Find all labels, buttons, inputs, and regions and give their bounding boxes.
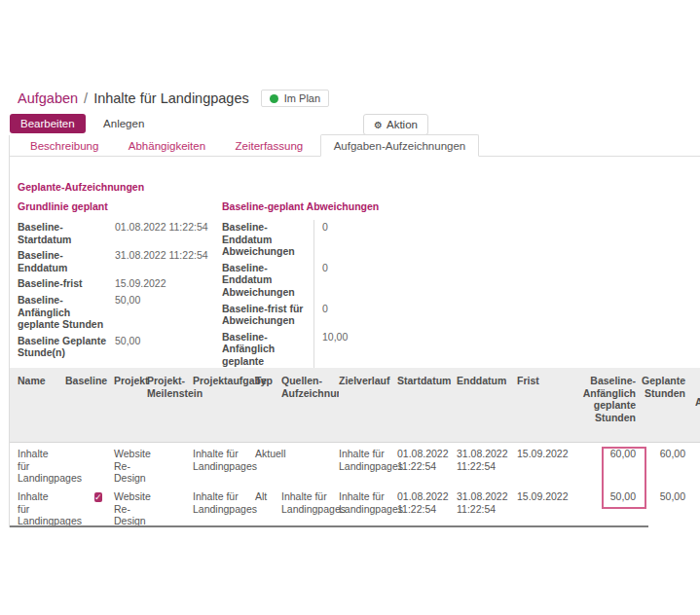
field-row: Baseline-frist 15.09.2022	[18, 277, 214, 290]
check-icon: ✓	[94, 492, 102, 502]
column-header-geplante-stunden[interactable]: Geplante Stunden	[640, 375, 688, 442]
page-title: Inhalte für Landingpages	[93, 90, 249, 106]
field-value: 0	[313, 303, 436, 327]
field-label: Baseline-frist für Abweichungen	[222, 303, 313, 327]
table-row[interactable]: Inhalte für Landingpages Website Re-Desi…	[10, 443, 700, 486]
action-button[interactable]: ⚙Aktion	[363, 114, 428, 135]
cell-projektaufgabe: Inhalte für Landingpages	[193, 448, 255, 486]
breadcrumb-separator: /	[84, 90, 88, 106]
cell-zielverlauf: Inhalte für Landingpages	[339, 490, 397, 527]
field-label: Baseline-Anfänglich geplante Stunden	[18, 294, 115, 331]
tab-aufgaben-aufzeichnungen[interactable]: Aufgaben-Aufzeichnungen	[320, 134, 480, 157]
field-value: 01.08.2022 11:22:54	[115, 221, 214, 245]
tab-abhaengigkeiten[interactable]: Abhängigkeiten	[116, 135, 218, 156]
field-value: 0	[313, 262, 436, 299]
field-value: 15.09.2022	[115, 277, 214, 290]
field-value: 50,00	[115, 294, 214, 331]
cell-enddatum: 31.08.2022 11:22:54	[457, 448, 517, 486]
field-value: 50,00	[115, 335, 214, 359]
field-label: Baseline Geplante Stunde(n)	[18, 335, 115, 359]
cell-name: Inhalte für Landingpages	[10, 490, 65, 527]
cell-baseline	[65, 448, 114, 486]
cell-geplante-stunden: 50,00	[640, 490, 688, 527]
edit-button[interactable]: Bearbeiten	[10, 114, 86, 133]
cell-baseline: ✓	[65, 490, 114, 527]
field-value: 31.08.2022 11:22:54	[115, 249, 214, 273]
field-row: Baseline Geplante Stunde(n) 50,00	[18, 335, 214, 359]
action-label: Aktion	[387, 119, 418, 130]
field-label: Baseline-Startdatum	[18, 221, 115, 245]
table-row[interactable]: Inhalte für Landingpages ✓ Website Re-De…	[10, 486, 700, 527]
field-row: Baseline-Startdatum 01.08.2022 11:22:54	[18, 221, 214, 245]
cell-quellen: Inhalte für Landingpages	[281, 490, 339, 527]
page: Aufgaben / Inhalte für Landingpages Im P…	[0, 0, 700, 615]
breadcrumb-parent[interactable]: Aufgaben	[18, 90, 78, 106]
group-title: Grundlinie geplant	[18, 200, 214, 212]
cell-quellen	[281, 448, 339, 486]
column-header-baseline[interactable]: Baseline	[65, 375, 114, 442]
table-bottom-cut-line	[10, 525, 648, 527]
column-header-quellen-aufzeichnungen[interactable]: Quellen-Aufzeichnungen	[281, 375, 339, 404]
column-header-projekt[interactable]: Projekt	[114, 375, 147, 442]
tab-bar: Beschreibung Abhängigkeiten Zeiterfassun…	[10, 134, 700, 157]
cell-zielverlauf: Inhalte für Landingpages	[339, 448, 397, 486]
table-header-row: Name Baseline Projekt Projekt-Meilenstei…	[10, 368, 700, 443]
highlight-annotation-box	[602, 447, 646, 509]
column-header-startdatum[interactable]: Startdatum	[397, 375, 457, 442]
column-header-zielverlauf[interactable]: Zielverlauf	[339, 375, 397, 442]
cell-typ: Aktuell	[255, 448, 281, 486]
cell-frist: 15.09.2022	[517, 448, 575, 486]
cell-projekt: Website Re-Design	[114, 490, 147, 527]
create-button[interactable]: Anlegen	[95, 114, 152, 133]
tab-zeiterfassung[interactable]: Zeiterfassung	[223, 135, 316, 156]
field-value: 0	[313, 221, 436, 258]
cell-projektaufgabe: Inhalte für Landingpages	[193, 490, 255, 527]
clipped-column-header: A	[695, 396, 700, 408]
cell-startdatum: 01.08.2022 11:22:54	[397, 490, 457, 527]
cell-name: Inhalte für Landingpages	[10, 448, 65, 486]
status-badge: Im Plan	[261, 90, 329, 107]
cell-frist: 15.09.2022	[517, 490, 575, 527]
tab-beschreibung[interactable]: Beschreibung	[18, 135, 111, 156]
cell-startdatum: 01.08.2022 11:22:54	[397, 448, 457, 486]
group-grundlinie-geplant: Grundlinie geplant Baseline-Startdatum 0…	[18, 200, 214, 363]
cell-meilenstein	[147, 448, 193, 486]
section-title: Geplante-Aufzeichnungen	[18, 181, 144, 193]
column-header-frist[interactable]: Frist	[517, 375, 575, 442]
field-row: Baseline-frist für Abweichungen 0	[222, 303, 436, 327]
status-dot-icon	[270, 94, 278, 103]
field-label: Baseline-frist	[18, 277, 115, 290]
cell-typ: Alt	[255, 490, 281, 527]
baseline-checkbox-checked[interactable]: ✓	[94, 492, 102, 502]
column-header-projektaufgabe[interactable]: Projektaufgabe	[193, 375, 255, 442]
cell-enddatum: 31.08.2022 11:22:54	[457, 490, 517, 527]
cell-projekt: Website Re-Design	[114, 448, 147, 486]
column-header-baseline-anfaenglich-geplante-stunden[interactable]: Baseline-Anfänglich geplante Stunden	[575, 375, 640, 442]
status-label: Im Plan	[284, 92, 320, 104]
field-label: Baseline-Enddatum Abweichungen	[222, 262, 313, 299]
field-label: Baseline-Enddatum	[18, 249, 115, 273]
column-header-enddatum[interactable]: Enddatum	[457, 375, 517, 442]
column-header-projekt-meilenstein[interactable]: Projekt-Meilenstein	[147, 375, 193, 442]
cell-meilenstein	[147, 490, 193, 527]
field-row: Baseline-Enddatum Abweichungen 0	[222, 221, 436, 258]
column-header-typ[interactable]: Typ	[255, 375, 281, 442]
cell-geplante-stunden: 60,00	[640, 448, 688, 486]
records-table: Name Baseline Projekt Projekt-Meilenstei…	[10, 368, 700, 527]
column-header-name[interactable]: Name	[10, 375, 65, 442]
field-label: Baseline-Enddatum Abweichungen	[222, 221, 313, 258]
group-title: Baseline-geplant Abweichungen	[222, 200, 436, 212]
field-row: Baseline-Enddatum Abweichungen 0	[222, 262, 436, 299]
gear-icon: ⚙	[374, 120, 383, 130]
field-row: Baseline-Enddatum 31.08.2022 11:22:54	[18, 249, 214, 273]
field-row: Baseline-Anfänglich geplante Stunden 50,…	[18, 294, 214, 331]
breadcrumb: Aufgaben / Inhalte für Landingpages Im P…	[18, 90, 329, 107]
